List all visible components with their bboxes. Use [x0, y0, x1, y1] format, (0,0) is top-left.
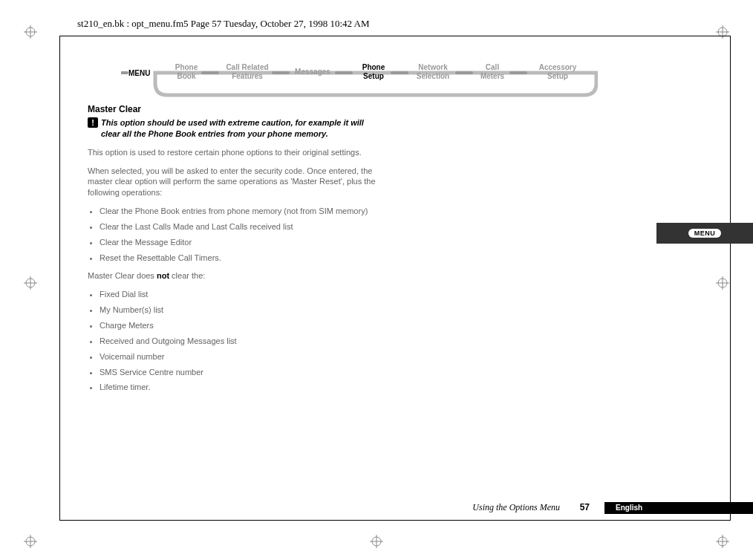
page-rule-left — [59, 36, 60, 520]
svg-text:Accessory: Accessory — [539, 63, 577, 71]
svg-text:Setup: Setup — [547, 72, 568, 80]
list-item: Received and Outgoing Messages list — [100, 336, 419, 347]
registration-mark-icon — [370, 535, 383, 548]
menu-root-label: MENU — [128, 69, 150, 77]
page-rule-right — [730, 36, 731, 520]
svg-text:Book: Book — [177, 72, 196, 80]
not-cleared-list: Fixed Dial list My Number(s) list Charge… — [88, 289, 419, 393]
list-item: Clear the Phone Book entries from phone … — [100, 206, 419, 217]
svg-text:Features: Features — [232, 72, 263, 80]
page-number: 57 — [580, 502, 590, 512]
list-item: Lifetime timer. — [100, 382, 419, 393]
list-item: My Number(s) list — [100, 305, 419, 316]
list-item: SMS Service Centre number — [100, 367, 419, 378]
svg-text:Call: Call — [486, 63, 500, 71]
paragraph: When selected, you will be asked to ente… — [88, 166, 400, 199]
side-thumb-tab: MENU — [656, 223, 753, 244]
list-item: Clear the Message Editor — [100, 237, 419, 248]
warning-icon: ! — [88, 117, 98, 128]
svg-text:Messages: Messages — [295, 68, 330, 76]
registration-mark-icon — [24, 25, 37, 39]
svg-text:Phone: Phone — [362, 63, 385, 71]
svg-text:Selection: Selection — [417, 72, 449, 80]
section-title: Master Clear — [88, 104, 429, 114]
menu-item: Call Meters — [480, 63, 526, 80]
list-item: Reset the Resettable Call Timers. — [100, 253, 419, 264]
svg-text:Meters: Meters — [480, 72, 505, 80]
warning-text: This option should be used with extreme … — [101, 118, 364, 138]
side-tab-label: MENU — [688, 229, 722, 238]
page-rule-bottom — [59, 520, 731, 521]
menu-item: Network Selection — [417, 63, 472, 80]
svg-text:Phone: Phone — [175, 63, 198, 71]
menu-item: Call Related Features — [226, 63, 288, 80]
registration-mark-icon — [716, 535, 729, 548]
paragraph: Master Clear does not clear the: — [88, 270, 400, 281]
list-item: Clear the Last Calls Made and Last Calls… — [100, 221, 419, 232]
registration-mark-icon — [24, 535, 37, 548]
file-header: st210_en.bk : opt_menu.fm5 Page 57 Tuesd… — [77, 18, 369, 30]
registration-mark-icon — [716, 276, 729, 290]
menu-navigation-bar: MENU Phone Book Call Related Features Me… — [121, 62, 598, 101]
running-title: Using the Options Menu — [472, 502, 560, 513]
svg-text:Setup: Setup — [363, 72, 384, 80]
registration-mark-icon — [24, 276, 37, 290]
registration-mark-icon — [716, 25, 729, 39]
warning-note: ! This option should be used with extrem… — [88, 117, 368, 140]
paragraph: This option is used to restore certain p… — [88, 147, 400, 158]
page-rule-top — [59, 36, 731, 36]
list-item: Charge Meters — [100, 320, 419, 331]
svg-text:Network: Network — [418, 63, 448, 71]
list-item: Fixed Dial list — [100, 289, 419, 300]
operations-list: Clear the Phone Book entries from phone … — [88, 206, 419, 263]
svg-text:Call Related: Call Related — [226, 63, 268, 71]
list-item: Voicemail number — [100, 351, 419, 362]
language-label: English — [604, 502, 753, 514]
